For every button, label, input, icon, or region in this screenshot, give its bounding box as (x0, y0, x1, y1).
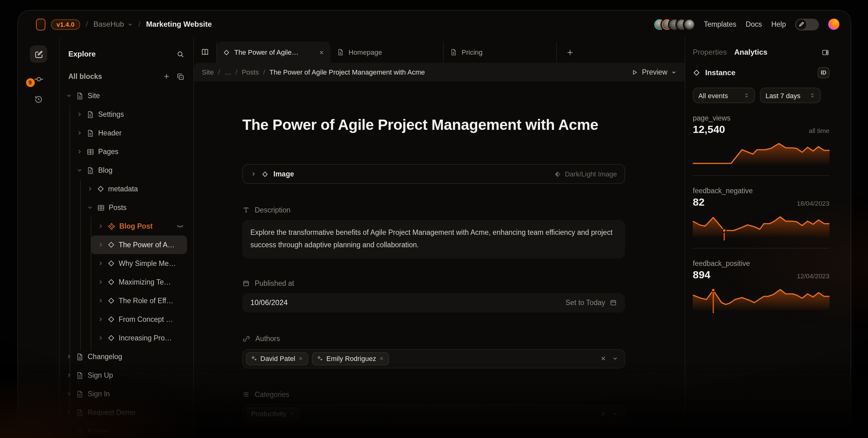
tab-analytics[interactable]: Analytics (734, 48, 767, 57)
chevron-right-icon[interactable] (98, 279, 104, 285)
tree-item-from-concept[interactable]: From Concept … (60, 310, 193, 328)
tab-properties[interactable]: Properties (693, 48, 727, 57)
remove-chip-icon[interactable] (289, 411, 294, 416)
clear-icon[interactable] (600, 411, 607, 417)
tree-item-the-power-of-a[interactable]: The Power of A… (91, 236, 187, 254)
chevron-down-icon[interactable] (66, 93, 72, 99)
instance-label: Instance (705, 68, 735, 77)
edit-compose-button[interactable] (30, 45, 47, 63)
image-block-label: Image (273, 170, 294, 178)
chevron-right-icon[interactable] (87, 186, 93, 192)
chevron-right-icon[interactable] (76, 130, 83, 136)
tree-item-settings[interactable]: Settings (60, 105, 193, 124)
post-title[interactable]: The Power of Agile Project Management wi… (242, 116, 625, 133)
breadcrumb-site[interactable]: Site (202, 68, 214, 76)
breadcrumb-ellipsis[interactable]: … (224, 68, 231, 76)
chevron-right-icon[interactable] (98, 242, 104, 248)
tree-item-increasing-pro[interactable]: Increasing Pro… (60, 328, 193, 347)
templates-link[interactable]: Templates (704, 21, 736, 28)
close-icon[interactable] (319, 50, 324, 55)
chevron-down-icon[interactable] (76, 167, 83, 173)
category-chip[interactable]: Productivity (246, 407, 300, 420)
tree-item-blog[interactable]: Blog (60, 161, 193, 180)
breadcrumb-posts[interactable]: Posts (242, 68, 259, 76)
chevron-right-icon[interactable] (98, 316, 104, 322)
library-book-icon[interactable] (194, 42, 217, 63)
chevron-right-icon[interactable] (66, 353, 72, 360)
org-menu[interactable]: BaseHub (94, 20, 133, 29)
add-block-icon[interactable] (163, 73, 170, 80)
chevron-right-icon[interactable] (98, 298, 104, 304)
chevron-right-icon[interactable] (66, 409, 72, 416)
image-block[interactable]: Image Dark/Light Image (242, 164, 625, 184)
chevron-down-icon[interactable] (612, 411, 618, 417)
chevron-right-icon[interactable] (76, 149, 83, 155)
tree-item-pages[interactable]: Pages (60, 142, 193, 161)
authors-field[interactable]: David Patel Emily Rodriguez (242, 349, 625, 368)
chevron-right-icon[interactable] (66, 428, 72, 434)
tree-item-header[interactable]: Header (60, 124, 193, 142)
tree-item-site[interactable]: Site (60, 86, 193, 105)
tab-the-power-of-agile[interactable]: The Power of Agile… (217, 42, 331, 63)
tree-item-label: Blog Post (119, 222, 153, 230)
history-button[interactable] (34, 94, 43, 104)
tree-item-changelog[interactable]: Changelog (60, 347, 193, 366)
author-chip[interactable]: Emily Rodriguez (312, 352, 389, 365)
project-name[interactable]: Marketing Website (146, 20, 212, 29)
version-badge[interactable]: v1.4.0 (51, 19, 80, 30)
new-tab-button[interactable] (557, 42, 685, 63)
help-link[interactable]: Help (771, 21, 786, 28)
top-bar-actions: Templates Docs Help (654, 18, 839, 30)
chevron-right-icon[interactable] (76, 111, 83, 118)
hidden-eye-icon[interactable] (176, 222, 185, 230)
date-value[interactable]: 10/06/2024 (250, 298, 288, 307)
tree-item-sign-in[interactable]: Sign In (60, 384, 193, 403)
chevron-right-icon[interactable] (98, 260, 104, 267)
remove-chip-icon[interactable] (379, 356, 384, 361)
sparkline-chart[interactable] (693, 286, 830, 314)
tab-homepage[interactable]: Homepage (331, 42, 444, 63)
set-to-today-button[interactable]: Set to Today (566, 299, 617, 306)
tree-item-sign-up[interactable]: Sign Up (60, 366, 193, 384)
tab-pricing[interactable]: Pricing (444, 42, 557, 63)
chevron-down-icon[interactable] (87, 205, 93, 211)
published-at-field[interactable]: 10/06/2024 Set to Today (242, 293, 625, 312)
description-input[interactable]: Explore the transformative benefits of A… (242, 220, 625, 258)
commits-button[interactable]: 9 (33, 74, 44, 85)
chevron-right-icon[interactable] (98, 223, 104, 229)
range-select[interactable]: Last 7 days (760, 88, 821, 103)
search-icon[interactable] (177, 50, 185, 58)
basehub-logo-icon[interactable] (36, 18, 45, 30)
categories-field[interactable]: Productivity (242, 404, 625, 424)
remove-chip-icon[interactable] (299, 356, 304, 361)
copy-icon[interactable] (177, 72, 185, 81)
clear-icon[interactable] (600, 355, 607, 362)
doc-icon (76, 352, 84, 361)
tree-item-metadata[interactable]: metadata (60, 180, 193, 198)
copy-id-button[interactable]: ID (818, 67, 830, 78)
edit-mode-toggle[interactable] (795, 18, 819, 30)
chevron-right-icon[interactable] (98, 335, 104, 341)
docs-link[interactable]: Docs (746, 21, 762, 28)
chevron-down-icon[interactable] (612, 355, 618, 362)
sparkline-chart[interactable] (693, 213, 830, 242)
preview-button[interactable]: Preview (631, 68, 677, 76)
tree-item-the-role-of-eff[interactable]: The Role of Eff… (60, 291, 193, 310)
sparkline-chart[interactable] (693, 140, 830, 169)
user-avatar[interactable] (828, 19, 839, 30)
tree-item-blog-post[interactable]: Blog Post (60, 217, 193, 236)
author-chip[interactable]: David Patel (246, 352, 309, 365)
tree-item-label: The Power of A… (119, 241, 175, 249)
chevron-right-icon[interactable] (66, 391, 72, 397)
tree-item-request-demo[interactable]: Request Demo (60, 403, 193, 422)
panel-toggle-icon[interactable] (822, 48, 830, 56)
collaborator-avatar[interactable] (684, 19, 694, 30)
chevron-right-icon[interactable] (250, 171, 257, 177)
reference-icon (251, 355, 257, 362)
tree-item-why-simple-me[interactable]: Why Simple Me… (60, 254, 193, 273)
events-select[interactable]: All events (693, 88, 755, 103)
tree-item-maximizing-te[interactable]: Maximizing Te… (60, 273, 193, 291)
chevron-right-icon[interactable] (66, 372, 72, 378)
tree-item-footer[interactable]: Footer (60, 422, 193, 438)
tree-item-posts[interactable]: Posts (60, 198, 193, 217)
